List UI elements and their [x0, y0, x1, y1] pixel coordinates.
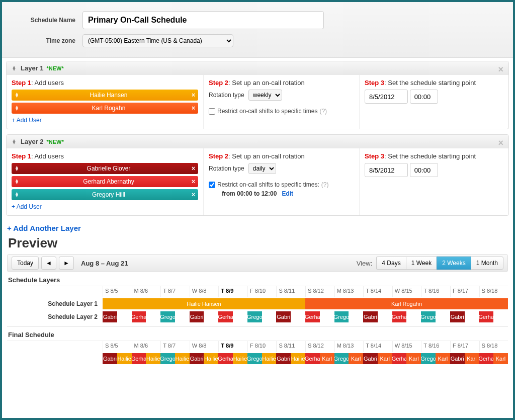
remove-user-icon[interactable]: × — [192, 178, 195, 185]
schedule-bar[interactable]: Hailie — [291, 353, 305, 364]
schedule-bar[interactable]: Gabri — [450, 311, 465, 322]
schedule-bar[interactable]: Gerha — [479, 353, 493, 364]
schedule-bar[interactable]: Hailie — [233, 353, 247, 364]
schedule-bar[interactable]: Gerha — [305, 311, 320, 322]
schedule-bar[interactable]: Gabri — [190, 353, 204, 364]
add-another-layer-link[interactable]: + Add Another Layer — [2, 221, 85, 233]
help-icon[interactable]: (?) — [321, 181, 329, 188]
schedule-gap — [262, 311, 277, 322]
drag-handle-icon[interactable]: ▲▼ — [15, 192, 19, 197]
start-time-input[interactable] — [410, 163, 438, 177]
view-button-4-days[interactable]: 4 Days — [376, 257, 405, 270]
user-pill[interactable]: ▲▼Gerhard Abernathy× — [12, 176, 198, 187]
schedule-bar[interactable]: Karl — [465, 353, 479, 364]
schedule-bar[interactable]: Gabri — [363, 353, 378, 364]
schedule-bar[interactable]: Grego — [247, 353, 262, 364]
schedule-bar[interactable]: Gerha — [392, 353, 407, 364]
user-pill[interactable]: ▲▼Gregory Hilll× — [12, 189, 198, 200]
restrict-checkbox[interactable] — [209, 108, 215, 115]
day-header: T 8/7 — [160, 341, 190, 352]
schedule-bar[interactable]: Hailie — [117, 353, 132, 364]
schedule-bar[interactable]: Gabri — [276, 311, 291, 322]
add-user-link[interactable]: + Add User — [12, 117, 198, 124]
user-name: Gregory Hilll — [22, 191, 195, 198]
start-date-input[interactable] — [365, 90, 408, 104]
restrict-checkbox[interactable] — [209, 182, 215, 188]
schedule-bar[interactable]: Grego — [334, 353, 349, 364]
schedule-bar[interactable]: Grego — [160, 311, 175, 322]
schedule-bar[interactable]: Karl Rogahn — [305, 298, 508, 309]
final-track: GabriHailieGerhaHailieGregoHailieGabriHa… — [103, 353, 508, 364]
drag-handle-icon[interactable]: ▲▼ — [15, 106, 19, 111]
preview-toolbar: Today ◄ ► Aug 8 – Aug 21 View: 4 Days1 W… — [7, 254, 508, 272]
drag-handle-icon[interactable]: ▲▼ — [15, 93, 19, 98]
schedule-bar[interactable]: Karl — [493, 353, 508, 364]
schedule-bar[interactable]: Gerha — [132, 311, 146, 322]
view-button-1-month[interactable]: 1 Month — [471, 257, 503, 270]
schedule-bar[interactable]: Gerha — [479, 311, 493, 322]
remove-user-icon[interactable]: × — [192, 105, 195, 112]
add-user-link[interactable]: + Add User — [12, 203, 198, 210]
schedule-bar[interactable]: Karl — [378, 353, 392, 364]
user-pill[interactable]: ▲▼Gabrielle Glover× — [12, 163, 198, 174]
rotation-type-select[interactable]: daily — [248, 163, 276, 174]
schedule-bar[interactable]: Karl — [406, 353, 421, 364]
schedule-bar[interactable]: Gabri — [363, 311, 378, 322]
user-pill[interactable]: ▲▼Karl Rogahn× — [12, 103, 198, 114]
schedule-bar[interactable]: Gerha — [305, 353, 320, 364]
drag-handle-icon[interactable]: ▲▼ — [12, 66, 17, 71]
close-icon[interactable]: × — [498, 138, 503, 148]
schedule-bar[interactable]: Gabri — [276, 353, 291, 364]
today-button[interactable]: Today — [12, 257, 39, 270]
schedule-bar[interactable]: Karl — [349, 353, 363, 364]
schedule-bar[interactable]: Gabri — [190, 311, 204, 322]
next-arrow-button[interactable]: ► — [59, 257, 74, 270]
schedule-bar[interactable]: Gerha — [132, 353, 146, 364]
schedule-gap — [117, 311, 132, 322]
remove-user-icon[interactable]: × — [192, 165, 195, 172]
prev-arrow-button[interactable]: ◄ — [41, 257, 56, 270]
user-name: Gerhard Abernathy — [22, 178, 195, 185]
schedule-bar[interactable]: Gerha — [392, 311, 407, 322]
schedule-bar[interactable]: Grego — [421, 311, 436, 322]
schedule-bar[interactable]: Gabri — [103, 311, 117, 322]
day-header: M 8/6 — [132, 286, 161, 297]
schedule-bar[interactable]: Karl — [320, 353, 334, 364]
edit-restriction-link[interactable]: Edit — [282, 190, 293, 197]
drag-handle-icon[interactable]: ▲▼ — [15, 179, 19, 184]
start-time-input[interactable] — [410, 90, 438, 104]
view-button-2-weeks[interactable]: 2 Weeks — [437, 257, 470, 270]
layer-panel: ▲▼Layer 1*NEW*×Step 1: Add users▲▼Hailie… — [6, 61, 509, 129]
schedule-bar[interactable]: Hailie — [175, 353, 190, 364]
remove-user-icon[interactable]: × — [192, 191, 195, 198]
remove-user-icon[interactable]: × — [192, 92, 195, 99]
schedule-bar[interactable]: Hailie — [146, 353, 160, 364]
schedule-bar[interactable]: Hailie — [262, 353, 277, 364]
drag-handle-icon[interactable]: ▲▼ — [15, 166, 19, 171]
schedule-bar[interactable]: Grego — [247, 311, 262, 322]
day-header: M 8/13 — [334, 286, 364, 297]
start-date-input[interactable] — [365, 163, 408, 177]
schedule-bar[interactable]: Hailie — [204, 353, 218, 364]
schedule-bar[interactable]: Gabri — [450, 353, 465, 364]
timezone-select[interactable]: (GMT-05:00) Eastern Time (US & Canada) — [82, 34, 233, 47]
user-pill[interactable]: ▲▼Hailie Hansen× — [12, 90, 198, 101]
step2-title: Step 2: Set up an on-call rotation — [209, 79, 354, 87]
rotation-type-select[interactable]: weekly — [248, 90, 282, 101]
day-header: S 8/18 — [479, 341, 508, 352]
schedule-bar[interactable]: Gerha — [218, 353, 233, 364]
schedule-bar[interactable]: Karl — [436, 353, 450, 364]
schedule-bar[interactable]: Gerha — [218, 311, 233, 322]
view-button-1-week[interactable]: 1 Week — [406, 257, 437, 270]
schedule-bar[interactable]: Grego — [160, 353, 175, 364]
help-icon[interactable]: (?) — [319, 108, 327, 115]
schedule-bar[interactable]: Grego — [421, 353, 436, 364]
schedule-bar[interactable]: Grego — [334, 311, 349, 322]
step3-title: Step 3: Set the schedule starting point — [365, 152, 503, 160]
schedule-name-input[interactable] — [82, 11, 324, 29]
drag-handle-icon[interactable]: ▲▼ — [12, 139, 17, 144]
schedule-gap — [175, 311, 190, 322]
close-icon[interactable]: × — [498, 64, 503, 75]
schedule-bar[interactable]: Hailie Hansen — [103, 298, 305, 309]
schedule-bar[interactable]: Gabri — [103, 353, 117, 364]
